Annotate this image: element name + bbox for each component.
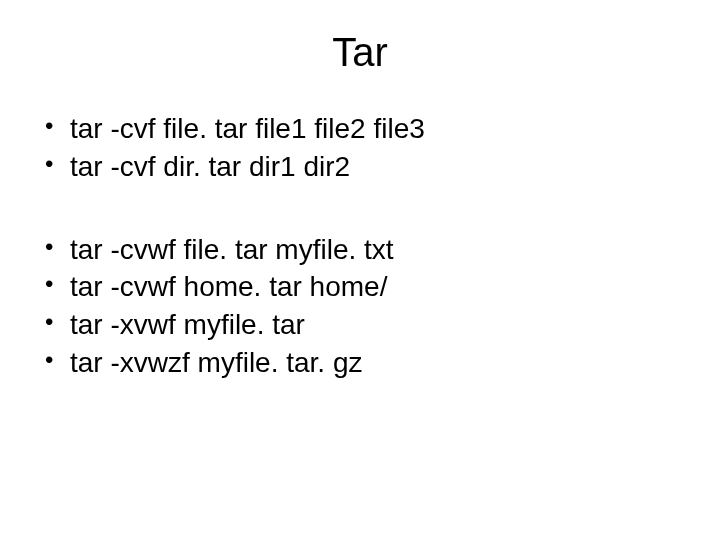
slide-title: Tar — [40, 30, 680, 75]
list-item: tar -cvwf home. tar home/ — [40, 268, 680, 306]
list-item: tar -cvwf file. tar myfile. txt — [40, 231, 680, 269]
list-item: tar -cvf file. tar file1 file2 file3 — [40, 110, 680, 148]
bullet-group-1: tar -cvf file. tar file1 file2 file3 tar… — [40, 110, 680, 186]
bullet-group-2: tar -cvwf file. tar myfile. txt tar -cvw… — [40, 231, 680, 382]
list-item: tar -xvwzf myfile. tar. gz — [40, 344, 680, 382]
list-item: tar -xvwf myfile. tar — [40, 306, 680, 344]
list-item: tar -cvf dir. tar dir1 dir2 — [40, 148, 680, 186]
